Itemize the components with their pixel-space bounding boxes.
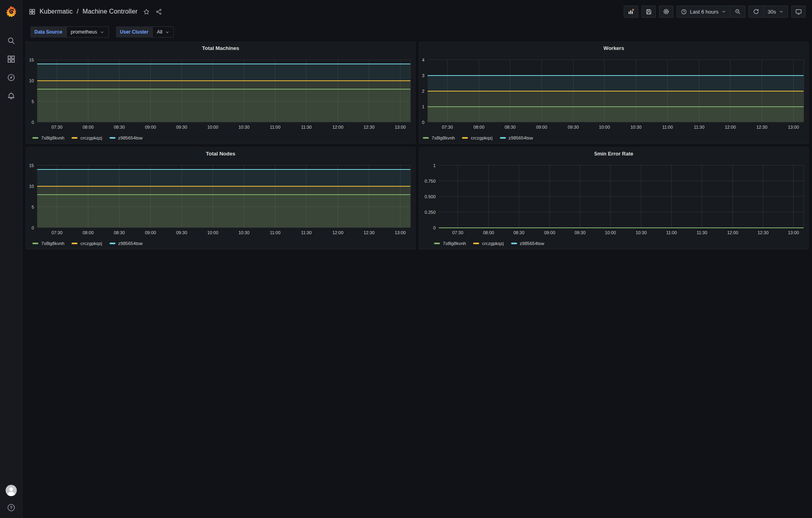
legend-item-crczgpkqzj[interactable]: crczgpkqzj (473, 241, 504, 246)
alerting-bell-icon[interactable] (6, 91, 16, 101)
svg-text:13:00: 13:00 (395, 230, 406, 235)
svg-text:07:30: 07:30 (52, 125, 63, 130)
data-source-picker[interactable]: prometheus (66, 26, 109, 38)
svg-text:08:00: 08:00 (83, 230, 94, 235)
variable-value: All (157, 29, 162, 35)
save-dashboard-button[interactable] (641, 6, 656, 18)
legend-swatch (500, 137, 506, 139)
add-panel-button[interactable] (624, 6, 638, 18)
chart-total-nodes[interactable]: 05101507:3008:0008:3009:0009:3010:0010:3… (26, 160, 415, 249)
refresh-button[interactable] (749, 6, 763, 17)
kiosk-monitor-icon[interactable] (791, 6, 806, 18)
svg-text:0.500: 0.500 (424, 194, 436, 199)
chevron-down-icon (721, 9, 726, 14)
dashboards-icon[interactable] (6, 54, 16, 64)
svg-text:08:30: 08:30 (513, 230, 525, 235)
svg-text:08:00: 08:00 (83, 125, 94, 130)
svg-text:07:30: 07:30 (52, 230, 63, 235)
legend-item-z985654tsw[interactable]: z985654tsw (500, 135, 533, 140)
legend-series-name: 7s8lg8kvnh (41, 135, 64, 140)
svg-text:07:30: 07:30 (442, 125, 453, 130)
svg-text:1: 1 (433, 163, 436, 168)
svg-text:0: 0 (422, 120, 424, 125)
panel-title[interactable]: Total Machines (26, 42, 415, 55)
settings-gear-icon[interactable] (659, 6, 673, 18)
panel-title[interactable]: Total Nodes (26, 147, 415, 160)
legend-item-7s8lg8kvnh[interactable]: 7s8lg8kvnh (32, 135, 64, 140)
legend-item-crczgpkqzj[interactable]: crczgpkqzj (462, 135, 492, 140)
svg-text:0: 0 (32, 120, 34, 125)
svg-text:09:00: 09:00 (536, 125, 547, 130)
dashboard-grid: Total Machines 05101507:3008:0008:3009:0… (26, 42, 809, 249)
svg-text:13:00: 13:00 (395, 125, 406, 130)
legend-item-z985654tsw[interactable]: z985654tsw (109, 241, 143, 246)
grafana-logo[interactable] (0, 0, 22, 23)
legend-series-name: 7s8lg8kvnh (41, 241, 64, 246)
user-avatar[interactable] (5, 484, 17, 496)
legend-item-crczgpkqzj[interactable]: crczgpkqzj (72, 241, 102, 246)
svg-text:08:00: 08:00 (483, 230, 494, 235)
time-picker-group: Last 6 hours (677, 6, 745, 18)
help-icon[interactable]: ? (6, 503, 16, 512)
svg-text:08:30: 08:30 (114, 230, 125, 235)
variable-data-source: Data Source prometheus (30, 26, 109, 38)
svg-text:10:30: 10:30 (239, 125, 250, 130)
breadcrumb-dashboard-title[interactable]: Machine Controller (82, 8, 137, 15)
chart-5min-error-rate[interactable]: 00.2500.5000.750107:3008:0008:3009:0009:… (419, 160, 808, 249)
legend-swatch (72, 137, 78, 139)
legend-swatch (109, 243, 115, 244)
svg-text:?: ? (10, 505, 12, 510)
svg-text:13:00: 13:00 (788, 230, 799, 235)
svg-text:12:00: 12:00 (332, 230, 344, 235)
share-icon[interactable] (155, 8, 162, 15)
svg-text:12:00: 12:00 (725, 125, 736, 130)
svg-text:10: 10 (29, 78, 34, 83)
user-cluster-picker[interactable]: All (152, 26, 174, 38)
breadcrumb-folder[interactable]: Kubermatic (40, 8, 73, 15)
sidebar-bottom: ? (5, 484, 17, 518)
chevron-down-icon (779, 9, 784, 14)
panel-title[interactable]: 5min Error Rate (419, 147, 808, 160)
legend-item-7s8lg8kvnh[interactable]: 7s8lg8kvnh (423, 135, 455, 140)
chart-total-machines[interactable]: 05101507:3008:0008:3009:0009:3010:0010:3… (26, 55, 415, 143)
svg-text:11:00: 11:00 (270, 230, 281, 235)
legend-item-crczgpkqzj[interactable]: crczgpkqzj (72, 135, 102, 140)
svg-text:10:00: 10:00 (599, 125, 610, 130)
chart-workers[interactable]: 0123407:3008:0008:3009:0009:3010:0010:30… (419, 55, 808, 143)
svg-text:12:00: 12:00 (332, 125, 344, 130)
star-icon[interactable] (143, 8, 150, 15)
clock-icon (681, 9, 687, 15)
svg-text:10:00: 10:00 (207, 125, 219, 130)
svg-text:12:30: 12:30 (756, 125, 768, 130)
chart-legend: 7s8lg8kvnhcrczgpkqzjz985654tsw (26, 132, 415, 143)
svg-text:10:00: 10:00 (605, 230, 616, 235)
dashboard-variables-row: Data Source prometheus User Cluster All (22, 25, 812, 39)
legend-swatch (109, 137, 115, 139)
svg-text:08:30: 08:30 (114, 125, 125, 130)
svg-text:09:00: 09:00 (145, 125, 156, 130)
chart-legend: 7s8lg8kvnhcrczgpkqzjz985654tsw (26, 238, 415, 249)
search-icon[interactable] (6, 36, 16, 46)
legend-item-z985654tsw[interactable]: z985654tsw (511, 241, 544, 246)
panel-workers: Workers 0123407:3008:0008:3009:0009:3010… (419, 42, 809, 144)
time-range-picker[interactable]: Last 6 hours (677, 6, 730, 17)
zoom-out-time-button[interactable] (730, 6, 745, 17)
panel-title[interactable]: Workers (419, 42, 808, 55)
refresh-interval-picker[interactable]: 30s (763, 6, 788, 17)
explore-compass-icon[interactable] (6, 73, 16, 82)
legend-swatch (32, 137, 38, 139)
svg-text:0.750: 0.750 (424, 179, 436, 183)
legend-item-7s8lg8kvnh[interactable]: 7s8lg8kvnh (32, 241, 64, 246)
refresh-interval-label: 30s (768, 9, 776, 15)
legend-item-z985654tsw[interactable]: z985654tsw (109, 135, 143, 140)
svg-text:11:30: 11:30 (301, 230, 312, 235)
svg-text:0.250: 0.250 (424, 210, 436, 215)
svg-text:08:30: 08:30 (505, 125, 516, 130)
legend-item-7s8lg8kvnh[interactable]: 7s8lg8kvnh (434, 241, 466, 246)
svg-text:5: 5 (32, 99, 34, 104)
legend-swatch (462, 137, 468, 139)
legend-swatch (473, 243, 479, 244)
svg-text:15: 15 (29, 163, 34, 168)
svg-text:09:30: 09:30 (575, 230, 586, 235)
svg-text:11:30: 11:30 (694, 125, 705, 130)
